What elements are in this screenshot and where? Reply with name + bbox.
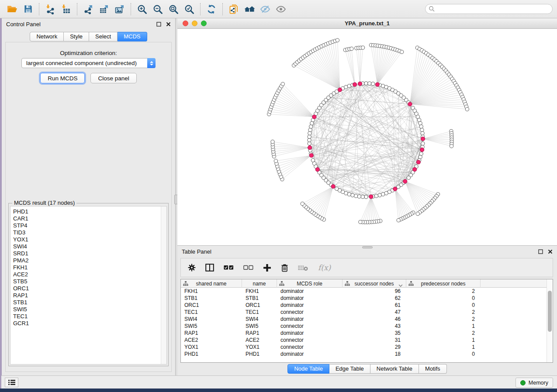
tab-style[interactable]: Style <box>64 32 89 41</box>
cell-predecessor-nodes[interactable]: 1 <box>406 344 481 351</box>
table-settings-gear-icon[interactable] <box>188 264 196 272</box>
cell-shared-name[interactable]: SWI5 <box>181 323 242 330</box>
cell-mcds-role[interactable]: dominator <box>277 288 343 295</box>
export-image-icon[interactable] <box>112 2 128 17</box>
network-canvas[interactable] <box>177 29 557 245</box>
mcds-result-item[interactable]: STB5 <box>13 278 166 285</box>
cell-name[interactable]: PHD1 <box>242 351 277 358</box>
cell-shared-name[interactable]: ORC1 <box>181 302 242 309</box>
column-header-predecessor-nodes[interactable]: predecessor nodes <box>406 279 481 288</box>
network-graph[interactable] <box>177 29 557 245</box>
table-row[interactable]: PHD1PHD1dominator180 <box>181 351 547 358</box>
cell-name[interactable]: FKH1 <box>242 288 277 295</box>
mcds-result-item[interactable]: ACE2 <box>13 271 166 278</box>
close-icon[interactable] <box>547 249 553 254</box>
column-header-shared-name[interactable]: shared name <box>181 279 242 288</box>
cell-name[interactable]: TEC1 <box>242 309 277 316</box>
cell-name[interactable]: RAP1 <box>242 330 277 337</box>
mcds-result-item[interactable]: SWI5 <box>13 306 166 313</box>
cell-name[interactable]: STB1 <box>242 295 277 302</box>
cell-shared-name[interactable]: TEC1 <box>181 309 242 316</box>
column-header-successor-nodes[interactable]: successor nodes <box>343 279 406 288</box>
mcds-result-item[interactable]: TID3 <box>13 229 166 236</box>
cell-shared-name[interactable]: FKH1 <box>181 288 242 295</box>
cell-name[interactable]: ACE2 <box>242 337 277 344</box>
cell-name[interactable]: SWI4 <box>242 316 277 323</box>
export-table-icon[interactable] <box>96 2 112 17</box>
optimization-criterion-select[interactable]: largest connected component (undirected) <box>21 58 156 68</box>
toggle-column-panel-icon[interactable] <box>205 264 214 272</box>
float-icon[interactable] <box>538 249 543 254</box>
table-row[interactable]: YOX1YOX1connector291 <box>181 344 547 351</box>
table-row[interactable]: SWI5SWI5connector431 <box>181 323 547 330</box>
cell-mcds-role[interactable]: connector <box>277 323 343 330</box>
cell-successor-nodes[interactable]: 43 <box>343 323 406 330</box>
search-input[interactable] <box>425 4 553 14</box>
mcds-result-item[interactable]: GCR1 <box>13 320 166 327</box>
cell-shared-name[interactable]: RAP1 <box>181 330 242 337</box>
close-icon[interactable] <box>166 21 171 27</box>
network-titlebar[interactable]: YPA_prune.txt_1 <box>177 18 557 29</box>
delete-column-icon[interactable] <box>281 264 288 272</box>
mcds-result-item[interactable]: SWI4 <box>13 243 166 250</box>
tab-select[interactable]: Select <box>89 32 118 41</box>
mcds-result-item[interactable]: RAP1 <box>13 292 166 299</box>
cell-successor-nodes[interactable]: 31 <box>343 337 406 344</box>
deselect-all-rows-icon[interactable] <box>243 265 253 270</box>
cell-predecessor-nodes[interactable]: 0 <box>406 295 481 302</box>
mcds-result-item[interactable]: PHD1 <box>13 208 166 215</box>
mcds-result-item[interactable]: SRD1 <box>13 250 166 257</box>
cell-mcds-role[interactable]: dominator <box>277 295 343 302</box>
result-list-scrollbar[interactable] <box>161 206 166 364</box>
select-all-rows-icon[interactable] <box>224 265 234 270</box>
table-row[interactable]: SWI4SWI4dominator462 <box>181 316 547 323</box>
tab-node-table[interactable]: Node Table <box>287 364 329 374</box>
cell-shared-name[interactable]: STB1 <box>181 295 242 302</box>
table-scrollbar[interactable] <box>547 279 553 362</box>
cell-shared-name[interactable]: YOX1 <box>181 344 242 351</box>
cell-predecessor-nodes[interactable]: 2 <box>406 288 481 295</box>
table-row[interactable]: ACE2ACE2connector311 <box>181 337 547 344</box>
open-file-icon[interactable] <box>4 2 20 17</box>
table-row[interactable]: FKH1FKH1dominator962 <box>181 288 547 295</box>
zoom-selected-icon[interactable] <box>181 2 197 17</box>
tab-mcds[interactable]: MCDS <box>118 32 147 41</box>
mcds-result-item[interactable]: ORC1 <box>13 285 166 292</box>
cell-predecessor-nodes[interactable]: 1 <box>406 323 481 330</box>
cell-mcds-role[interactable]: dominator <box>277 302 343 309</box>
zoom-in-icon[interactable] <box>134 2 150 17</box>
cell-successor-nodes[interactable]: 18 <box>343 351 406 358</box>
cell-mcds-role[interactable]: dominator <box>277 351 343 358</box>
table-row[interactable]: TEC1TEC1connector472 <box>181 309 547 316</box>
mcds-result-item[interactable]: YOX1 <box>13 236 166 243</box>
delete-table-icon[interactable] <box>298 265 308 271</box>
cell-mcds-role[interactable]: connector <box>277 309 343 316</box>
cell-shared-name[interactable]: SWI4 <box>181 316 242 323</box>
zoom-fit-icon[interactable] <box>166 2 181 17</box>
mcds-result-item[interactable]: PMA2 <box>13 257 166 264</box>
cell-successor-nodes[interactable]: 29 <box>343 344 406 351</box>
memory-button[interactable]: Memory <box>515 378 553 388</box>
cell-shared-name[interactable]: PHD1 <box>181 351 242 358</box>
cell-successor-nodes[interactable]: 96 <box>343 288 406 295</box>
cell-predecessor-nodes[interactable]: 1 <box>406 337 481 344</box>
mcds-result-list[interactable]: PHD1CAR1STP4TID3YOX1SWI4SRD1PMA2FKH1ACE2… <box>10 206 167 364</box>
table-scrollbar-thumb[interactable] <box>548 291 552 332</box>
column-header-name[interactable]: name <box>242 279 277 288</box>
mcds-result-item[interactable]: FKH1 <box>13 264 166 271</box>
function-builder-icon[interactable]: f(x) <box>318 263 331 272</box>
cell-successor-nodes[interactable]: 62 <box>343 295 406 302</box>
cell-mcds-role[interactable]: connector <box>277 337 343 344</box>
table-row[interactable]: RAP1RAP1dominator352 <box>181 330 547 337</box>
cell-name[interactable]: ORC1 <box>242 302 277 309</box>
cell-successor-nodes[interactable]: 46 <box>343 316 406 323</box>
cell-predecessor-nodes[interactable]: 2 <box>406 330 481 337</box>
float-icon[interactable] <box>156 21 161 27</box>
cell-mcds-role[interactable]: dominator <box>277 316 343 323</box>
import-table-icon[interactable] <box>58 2 74 17</box>
network-nodes[interactable] <box>267 38 469 224</box>
hide-selected-icon[interactable] <box>257 2 273 17</box>
cell-mcds-role[interactable]: dominator <box>277 330 343 337</box>
cell-mcds-role[interactable]: connector <box>277 344 343 351</box>
table-row[interactable]: ORC1ORC1dominator610 <box>181 302 547 309</box>
